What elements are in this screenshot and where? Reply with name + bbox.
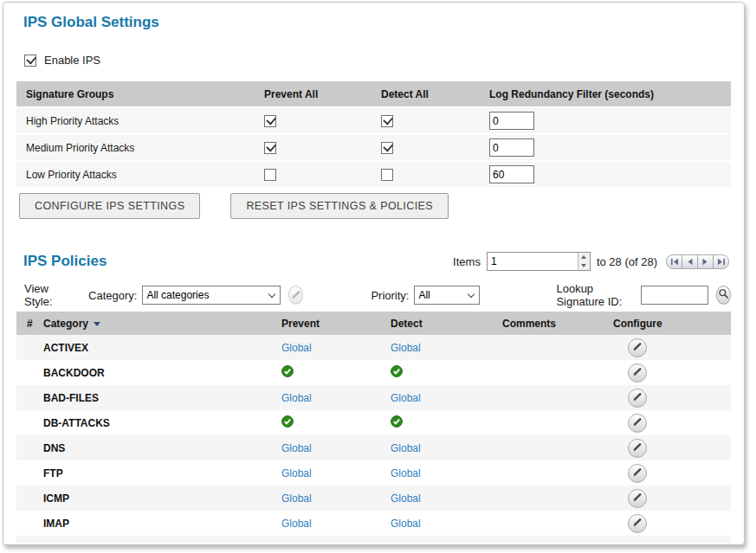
prevent-global-link[interactable]: Global [281,467,312,479]
policy-row: IMAP Global Global [16,511,731,536]
signature-group-row: High Priority Attacks [16,108,731,133]
configure-policy-button[interactable] [628,338,647,357]
pencil-icon [632,492,643,505]
detect-all-checkbox[interactable] [381,169,393,181]
log-filter-input[interactable] [489,112,534,130]
previous-page-button[interactable] [682,254,698,269]
policy-row: BAD-FILES Global Global [16,385,731,410]
prevent-global-link[interactable]: Global [281,342,312,354]
enable-ips-checkbox[interactable] [24,55,36,67]
enable-ips-row: Enable IPS [24,54,731,67]
policy-prevent-cell: Global [281,467,391,479]
items-spinner [578,253,590,270]
enabled-check-icon [281,365,294,377]
policy-row: ACTIVEX Global Global [16,335,731,360]
signature-group-row: Medium Priority Attacks [16,135,731,160]
log-filter-input[interactable] [489,165,534,183]
policy-category: DNS [43,442,281,454]
policies-rows: ACTIVEX Global Global BACKDOOR [16,335,731,536]
policy-detect-cell: Global [391,342,502,354]
ips-settings-page: IPS Global Settings Enable IPS Signature… [3,2,745,545]
prevent-global-link[interactable]: Global [281,442,312,454]
policy-prevent-cell [281,365,391,380]
header-prevent-all: Prevent All [264,88,381,100]
items-range-text: to 28 (of 28) [597,255,657,268]
policy-row: DNS Global Global [16,435,731,460]
category-select[interactable]: All categories [142,286,281,305]
detect-global-link[interactable]: Global [391,442,421,454]
detect-global-link[interactable]: Global [391,518,421,530]
pagination-nav [666,254,729,269]
policy-category: IMAP [43,518,281,530]
configure-policy-button[interactable] [628,414,647,433]
header-category[interactable]: Category [43,318,281,330]
last-page-icon [717,258,726,266]
prevent-all-checkbox[interactable] [264,115,276,127]
clipped-next-row [16,536,731,543]
detect-all-checkbox[interactable] [381,115,393,127]
lookup-search-button[interactable] [716,286,731,305]
priority-select[interactable]: All [414,286,480,305]
policy-row: DB-ATTACKS [16,410,731,435]
header-configure: Configure [613,318,731,330]
ips-policies-title: IPS Policies [23,253,107,270]
policy-category: BAD-FILES [43,392,281,404]
prevent-global-link[interactable]: Global [281,518,312,530]
items-label: Items [453,255,481,268]
policy-prevent-cell: Global [281,342,391,354]
items-input[interactable] [488,253,578,270]
policy-row: BACKDOOR [16,360,731,385]
first-page-button[interactable] [666,254,682,269]
detect-all-checkbox[interactable] [381,142,393,154]
detect-global-link[interactable]: Global [391,342,421,354]
prevent-all-checkbox[interactable] [264,169,276,181]
signature-group-row: Low Priority Attacks [16,162,731,187]
lookup-signature-input[interactable] [641,286,708,305]
configure-policy-button[interactable] [628,389,647,408]
signature-group-name: Medium Priority Attacks [26,142,264,154]
last-page-button[interactable] [713,254,729,269]
category-label: Category: [88,289,137,302]
signature-group-name: High Priority Attacks [26,115,264,127]
policies-table-header: # Category Prevent Detect Comments Confi… [16,312,731,335]
pencil-icon [291,289,301,302]
configure-policy-button[interactable] [628,514,647,533]
policy-detect-cell: Global [391,467,502,479]
prevent-global-link[interactable]: Global [281,492,312,505]
enabled-check-icon [281,415,294,428]
spin-up-icon[interactable] [578,253,590,261]
pencil-icon [632,441,643,454]
pencil-icon [632,341,643,354]
signature-groups-header: Signature Groups Prevent All Detect All … [16,81,731,106]
enabled-check-icon [391,365,403,377]
configure-policy-button[interactable] [628,489,647,508]
spin-down-icon[interactable] [578,261,590,270]
pencil-icon [632,366,643,379]
policy-category: FTP [43,467,281,479]
detect-global-link[interactable]: Global [391,392,421,404]
policies-table: # Category Prevent Detect Comments Confi… [16,312,731,543]
pencil-icon [632,416,643,429]
edit-category-button[interactable] [288,286,303,305]
header-detect-all: Detect All [381,88,489,100]
next-page-icon [701,258,709,266]
pencil-icon [632,517,643,530]
configure-policy-button[interactable] [628,439,647,458]
prevent-all-checkbox[interactable] [264,142,276,154]
prevent-global-link[interactable]: Global [281,392,312,404]
policy-category: ICMP [43,492,281,505]
configure-policy-button[interactable] [628,363,647,383]
log-filter-input[interactable] [489,138,534,157]
magnifier-icon [718,288,729,302]
policy-detect-cell: Global [391,442,502,454]
policy-detect-cell [391,415,502,430]
reset-ips-settings-button[interactable]: RESET IPS SETTINGS & POLICIES [230,193,449,219]
pagination: Items to 28 (of 28) [453,252,729,271]
detect-global-link[interactable]: Global [391,492,421,505]
configure-ips-settings-button[interactable]: CONFIGURE IPS SETTINGS [19,193,200,219]
global-settings-title: IPS Global Settings [23,14,731,31]
policy-detect-cell: Global [391,492,502,505]
detect-global-link[interactable]: Global [391,467,421,479]
next-page-button[interactable] [697,254,714,269]
configure-policy-button[interactable] [628,464,647,483]
